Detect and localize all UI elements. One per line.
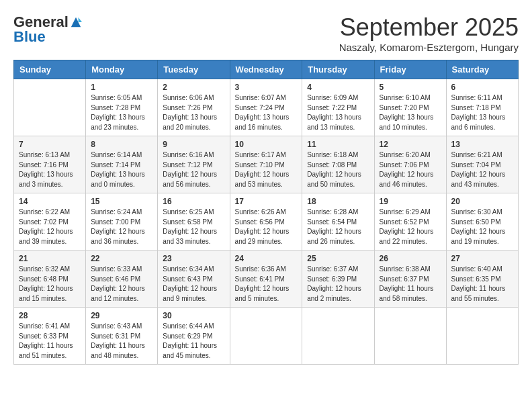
week-row-4: 21Sunrise: 6:32 AMSunset: 6:48 PMDayligh… <box>14 250 519 308</box>
day-number: 28 <box>19 311 81 320</box>
week-row-3: 14Sunrise: 6:22 AMSunset: 7:02 PMDayligh… <box>14 193 519 250</box>
day-number: 30 <box>163 311 224 320</box>
weekday-header-row: SundayMondayTuesdayWednesdayThursdayFrid… <box>14 60 519 79</box>
weekday-header-tuesday: Tuesday <box>158 60 230 79</box>
title-section: September 2025 Naszaly, Komarom-Esztergo… <box>339 13 519 53</box>
day-info: Sunrise: 6:11 AMSunset: 7:18 PMDaylight:… <box>451 93 513 132</box>
month-title: September 2025 <box>339 13 519 42</box>
day-number: 6 <box>451 83 513 92</box>
calendar-cell: 25Sunrise: 6:37 AMSunset: 6:39 PMDayligh… <box>302 250 374 308</box>
calendar-cell: 22Sunrise: 6:33 AMSunset: 6:46 PMDayligh… <box>86 250 158 308</box>
calendar-cell: 30Sunrise: 6:44 AMSunset: 6:29 PMDayligh… <box>158 308 230 365</box>
day-info: Sunrise: 6:30 AMSunset: 6:50 PMDaylight:… <box>451 208 513 246</box>
day-number: 8 <box>91 140 152 149</box>
calendar-cell <box>302 308 374 365</box>
calendar-cell: 2Sunrise: 6:06 AMSunset: 7:26 PMDaylight… <box>158 79 230 136</box>
weekday-header-sunday: Sunday <box>14 60 86 79</box>
day-number: 22 <box>91 254 152 263</box>
day-number: 4 <box>307 83 369 92</box>
weekday-header-wednesday: Wednesday <box>230 60 302 79</box>
weekday-header-friday: Friday <box>374 60 446 79</box>
day-number: 29 <box>91 311 152 320</box>
calendar-cell: 1Sunrise: 6:05 AMSunset: 7:28 PMDaylight… <box>86 79 158 136</box>
day-info: Sunrise: 6:21 AMSunset: 7:04 PMDaylight:… <box>451 150 513 189</box>
day-info: Sunrise: 6:13 AMSunset: 7:16 PMDaylight:… <box>19 150 81 189</box>
calendar-cell: 13Sunrise: 6:21 AMSunset: 7:04 PMDayligh… <box>446 136 518 193</box>
day-number: 24 <box>235 254 298 263</box>
logo-icon <box>70 16 82 28</box>
calendar-cell: 28Sunrise: 6:41 AMSunset: 6:33 PMDayligh… <box>14 308 86 365</box>
calendar-cell: 3Sunrise: 6:07 AMSunset: 7:24 PMDaylight… <box>230 79 302 136</box>
weekday-header-saturday: Saturday <box>446 60 518 79</box>
day-number: 2 <box>163 83 224 92</box>
calendar-cell: 6Sunrise: 6:11 AMSunset: 7:18 PMDaylight… <box>446 79 518 136</box>
day-info: Sunrise: 6:05 AMSunset: 7:28 PMDaylight:… <box>91 93 152 132</box>
day-number: 20 <box>451 197 513 206</box>
day-info: Sunrise: 6:33 AMSunset: 6:46 PMDaylight:… <box>91 265 152 304</box>
calendar-cell: 20Sunrise: 6:30 AMSunset: 6:50 PMDayligh… <box>446 193 518 250</box>
day-number: 13 <box>451 140 513 149</box>
day-info: Sunrise: 6:06 AMSunset: 7:26 PMDaylight:… <box>163 93 224 132</box>
day-info: Sunrise: 6:18 AMSunset: 7:08 PMDaylight:… <box>307 150 369 189</box>
calendar-cell: 7Sunrise: 6:13 AMSunset: 7:16 PMDaylight… <box>14 136 86 193</box>
day-number: 18 <box>307 197 369 206</box>
day-number: 12 <box>380 140 441 149</box>
day-info: Sunrise: 6:09 AMSunset: 7:22 PMDaylight:… <box>307 93 369 132</box>
day-number: 11 <box>307 140 369 149</box>
calendar-cell: 21Sunrise: 6:32 AMSunset: 6:48 PMDayligh… <box>14 250 86 308</box>
calendar-cell: 9Sunrise: 6:16 AMSunset: 7:12 PMDaylight… <box>158 136 230 193</box>
day-info: Sunrise: 6:26 AMSunset: 6:56 PMDaylight:… <box>235 208 298 246</box>
day-info: Sunrise: 6:44 AMSunset: 6:29 PMDaylight:… <box>163 322 224 361</box>
day-info: Sunrise: 6:20 AMSunset: 7:06 PMDaylight:… <box>380 150 441 189</box>
day-number: 10 <box>235 140 298 149</box>
day-info: Sunrise: 6:10 AMSunset: 7:20 PMDaylight:… <box>380 93 441 132</box>
day-info: Sunrise: 6:43 AMSunset: 6:31 PMDaylight:… <box>91 322 152 361</box>
day-info: Sunrise: 6:16 AMSunset: 7:12 PMDaylight:… <box>163 150 224 189</box>
calendar-cell: 14Sunrise: 6:22 AMSunset: 7:02 PMDayligh… <box>14 193 86 250</box>
page-header: General Blue September 2025 Naszaly, Kom… <box>13 13 519 53</box>
day-number: 27 <box>451 254 513 263</box>
day-number: 15 <box>91 197 152 206</box>
calendar-cell: 29Sunrise: 6:43 AMSunset: 6:31 PMDayligh… <box>86 308 158 365</box>
calendar-cell <box>446 308 518 365</box>
day-info: Sunrise: 6:29 AMSunset: 6:52 PMDaylight:… <box>380 208 441 246</box>
calendar-cell: 27Sunrise: 6:40 AMSunset: 6:35 PMDayligh… <box>446 250 518 308</box>
svg-marker-1 <box>79 17 82 22</box>
day-number: 1 <box>91 83 152 92</box>
day-number: 14 <box>19 197 81 206</box>
calendar-cell: 5Sunrise: 6:10 AMSunset: 7:20 PMDaylight… <box>374 79 446 136</box>
day-number: 7 <box>19 140 81 149</box>
calendar-cell <box>230 308 302 365</box>
day-info: Sunrise: 6:37 AMSunset: 6:39 PMDaylight:… <box>307 265 369 304</box>
week-row-2: 7Sunrise: 6:13 AMSunset: 7:16 PMDaylight… <box>14 136 519 193</box>
logo-blue: Blue <box>13 28 46 46</box>
day-info: Sunrise: 6:36 AMSunset: 6:41 PMDaylight:… <box>235 265 298 304</box>
day-number: 3 <box>235 83 298 92</box>
day-number: 17 <box>235 197 298 206</box>
day-info: Sunrise: 6:28 AMSunset: 6:54 PMDaylight:… <box>307 208 369 246</box>
calendar-cell: 11Sunrise: 6:18 AMSunset: 7:08 PMDayligh… <box>302 136 374 193</box>
day-number: 9 <box>163 140 224 149</box>
calendar-cell: 24Sunrise: 6:36 AMSunset: 6:41 PMDayligh… <box>230 250 302 308</box>
day-info: Sunrise: 6:25 AMSunset: 6:58 PMDaylight:… <box>163 208 224 246</box>
calendar-cell: 16Sunrise: 6:25 AMSunset: 6:58 PMDayligh… <box>158 193 230 250</box>
day-info: Sunrise: 6:07 AMSunset: 7:24 PMDaylight:… <box>235 93 298 132</box>
day-number: 16 <box>163 197 224 206</box>
day-number: 23 <box>163 254 224 263</box>
day-info: Sunrise: 6:17 AMSunset: 7:10 PMDaylight:… <box>235 150 298 189</box>
calendar-cell: 19Sunrise: 6:29 AMSunset: 6:52 PMDayligh… <box>374 193 446 250</box>
calendar-cell: 10Sunrise: 6:17 AMSunset: 7:10 PMDayligh… <box>230 136 302 193</box>
day-info: Sunrise: 6:40 AMSunset: 6:35 PMDaylight:… <box>451 265 513 304</box>
weekday-header-thursday: Thursday <box>302 60 374 79</box>
calendar-cell: 4Sunrise: 6:09 AMSunset: 7:22 PMDaylight… <box>302 79 374 136</box>
calendar-cell: 15Sunrise: 6:24 AMSunset: 7:00 PMDayligh… <box>86 193 158 250</box>
day-info: Sunrise: 6:14 AMSunset: 7:14 PMDaylight:… <box>91 150 152 189</box>
day-info: Sunrise: 6:22 AMSunset: 7:02 PMDaylight:… <box>19 208 81 246</box>
day-info: Sunrise: 6:24 AMSunset: 7:00 PMDaylight:… <box>91 208 152 246</box>
calendar-cell <box>14 79 86 136</box>
day-number: 21 <box>19 254 81 263</box>
calendar-cell: 12Sunrise: 6:20 AMSunset: 7:06 PMDayligh… <box>374 136 446 193</box>
calendar-cell: 8Sunrise: 6:14 AMSunset: 7:14 PMDaylight… <box>86 136 158 193</box>
calendar-cell: 18Sunrise: 6:28 AMSunset: 6:54 PMDayligh… <box>302 193 374 250</box>
week-row-1: 1Sunrise: 6:05 AMSunset: 7:28 PMDaylight… <box>14 79 519 136</box>
